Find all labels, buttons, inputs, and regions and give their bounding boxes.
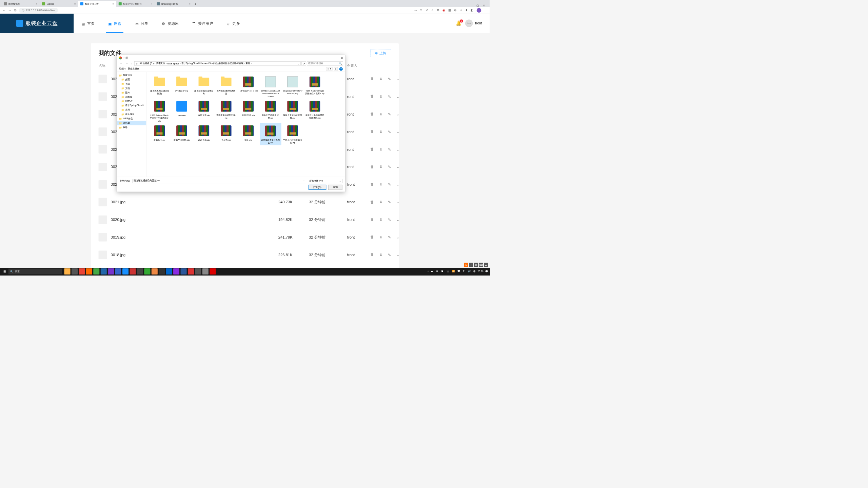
tray-icon[interactable]: 💬 xyxy=(457,270,461,273)
sidebar-item[interactable]: 📁网络 xyxy=(117,125,146,129)
download-icon[interactable]: ⬇ xyxy=(379,252,383,257)
file-item[interactable]: 西方服装通史经典图鉴.rar xyxy=(260,123,281,145)
download-icon[interactable]: ⬇ xyxy=(379,200,383,204)
taskbar-app-icon[interactable] xyxy=(64,268,71,274)
ext-icon[interactable]: ⊕ xyxy=(454,8,456,12)
tray-icon[interactable]: 🔊 xyxy=(468,270,471,273)
download-icon[interactable]: ⬇ xyxy=(379,129,383,134)
file-row[interactable]: 0018.jpg 226.81K 32 分钟前 front 🗑 ⬇ ✎ ⌄ xyxy=(99,246,391,264)
reading-list-icon[interactable]: ◧ xyxy=(471,8,473,12)
file-row[interactable]: 0019.jpg 241.79K 32 分钟前 front 🗑 ⬇ ✎ ⌄ xyxy=(99,228,391,246)
delete-icon[interactable]: 🗑 xyxy=(370,165,374,169)
file-item[interactable]: 白鹿立裁.zip xyxy=(193,99,215,122)
ime-toolbar[interactable]: S 中 ⊙ ⌨ ☰ xyxy=(464,263,488,267)
more-icon[interactable]: ⌄ xyxy=(396,217,400,222)
file-item[interactable]: 服装学习资料.zip xyxy=(171,123,192,145)
download-icon[interactable]: ⬇ xyxy=(379,147,383,152)
taskbar-app-icon[interactable] xyxy=(115,268,121,274)
browser-tab[interactable]: 图片预览图× xyxy=(2,1,40,7)
help-button[interactable]: ? xyxy=(339,67,343,70)
delete-icon[interactable]: 🗑 xyxy=(370,94,374,99)
nav-resources[interactable]: ⚙资源库 xyxy=(162,14,179,33)
file-filter-select[interactable]: 所有文件 (*.*)⌄ xyxy=(308,179,342,183)
sidebar-item[interactable]: 📁快速访问 xyxy=(117,73,146,77)
nav-home[interactable]: ▦首页 xyxy=(81,14,95,33)
file-item[interactable]: 【中道由子+3+】.rar xyxy=(238,74,259,98)
start-button[interactable]: ⊞ xyxy=(2,268,8,274)
sidebar-item[interactable]: 📁谢工项目 xyxy=(117,112,146,117)
tab-close-icon[interactable]: × xyxy=(151,2,152,5)
tab-close-icon[interactable]: × xyxy=(189,2,191,5)
more-icon[interactable]: ⌄ xyxy=(396,252,400,257)
ime-btn[interactable]: ⊙ xyxy=(474,263,478,267)
taskbar-app-icon[interactable] xyxy=(210,268,216,274)
edit-icon[interactable]: ✎ xyxy=(388,129,391,134)
taskbar-app-icon[interactable] xyxy=(181,268,187,274)
file-row[interactable]: 0020.jpg 194.82K 32 分钟前 front 🗑 ⬇ ✎ ⌄ xyxy=(99,211,391,228)
file-item[interactable]: logo.png xyxy=(171,99,192,122)
sidebar-item[interactable]: 📁下载 xyxy=(117,82,146,86)
sidebar-item[interactable]: 📁桌面 xyxy=(117,77,146,82)
window-close-icon[interactable]: ✕ xyxy=(483,4,485,7)
edit-icon[interactable]: ✎ xyxy=(388,235,391,240)
edit-icon[interactable]: ✎ xyxy=(388,182,391,187)
gear-icon[interactable]: ⚙ xyxy=(437,8,439,12)
sidebar-item[interactable]: 📁此电脑 xyxy=(117,121,146,125)
edit-icon[interactable]: ✎ xyxy=(388,112,391,117)
taskbar-app-icon[interactable] xyxy=(166,268,172,274)
file-item[interactable]: diugai.com16982047469185.png xyxy=(282,74,303,98)
more-icon[interactable]: ⌄ xyxy=(396,182,400,187)
browser-tab[interactable]: 服装企业云盘后台× xyxy=(116,1,155,7)
delete-icon[interactable]: 🗑 xyxy=(370,252,374,257)
back-button[interactable]: ← xyxy=(2,8,6,12)
taskbar-app-icon[interactable] xyxy=(188,268,194,274)
forward-button[interactable]: → xyxy=(8,8,12,12)
delete-icon[interactable]: 🗑 xyxy=(370,200,374,204)
download-icon[interactable]: ⬇ xyxy=(379,235,383,240)
taskbar-app-icon[interactable] xyxy=(122,268,129,274)
tray-icon[interactable]: ☁ xyxy=(431,270,434,273)
file-item[interactable]: 设计手稿.zip xyxy=(193,123,215,145)
dialog-file-grid[interactable]: [服装效果图快速表现技法]【中道由子 3 】服装企业成功运作宝典西方服装通史经典… xyxy=(146,72,345,177)
tab-close-icon[interactable]: × xyxy=(36,2,38,5)
download-icon[interactable]: ⬇ xyxy=(379,94,383,99)
taskbar-app-icon[interactable] xyxy=(86,268,92,274)
download-icon[interactable]: ⬇ xyxy=(379,112,383,117)
browser-tab[interactable]: Eureka× xyxy=(40,1,78,7)
file-item[interactable]: 服装工艺师手册.史林.rar xyxy=(260,99,281,122)
delete-icon[interactable]: 🗑 xyxy=(370,147,374,152)
sidebar-item[interactable]: 📁文档 xyxy=(117,86,146,90)
edit-icon[interactable]: ✎ xyxy=(388,200,391,204)
window-maximize-icon[interactable]: ▢ xyxy=(476,4,479,7)
send-icon[interactable]: ↗ xyxy=(426,8,428,12)
tray-icon[interactable]: ⬆ xyxy=(463,270,466,273)
puzzle-icon[interactable]: ✦ xyxy=(460,8,462,12)
key-icon[interactable]: ⊸ xyxy=(414,8,417,12)
file-item[interactable]: 服装设计手绘效果图步骤详解.zip xyxy=(304,99,326,122)
file-item[interactable]: 服装企业成功运作宝典 xyxy=(193,74,215,98)
delete-icon[interactable]: 🗑 xyxy=(370,235,374,240)
ime-btn[interactable]: ☰ xyxy=(484,263,488,267)
file-item[interactable]: 【中道由子 3 】 xyxy=(171,74,192,98)
file-item[interactable]: 0bf46e71aded8a1a85645588f7e3ce19 (1).jpe… xyxy=(260,74,281,98)
ext-icon[interactable]: ▦ xyxy=(448,8,451,12)
nav-share[interactable]: ⫘分享 xyxy=(135,14,148,33)
tray-icon[interactable]: 📶 xyxy=(452,270,455,273)
more-icon[interactable]: ⌄ xyxy=(396,94,400,99)
browser-tab-active[interactable]: 服装企业云盘× xyxy=(78,1,116,7)
file-item[interactable]: [服装效果图快速表现技法] xyxy=(149,74,170,98)
delete-icon[interactable]: 🗑 xyxy=(370,182,374,187)
taskbar-app-icon[interactable] xyxy=(108,268,114,274)
sidebar-item[interactable]: 📁2023-11 xyxy=(117,99,146,103)
ext-icon[interactable]: ◉ xyxy=(442,8,445,12)
tray-icon[interactable]: 🎧 xyxy=(447,270,450,273)
star-icon[interactable]: ☆ xyxy=(431,8,434,12)
file-item[interactable]: fr208 Pattern Magic中道友子的魔术裁剪.zip xyxy=(149,99,170,122)
tray-icon[interactable]: ▣ xyxy=(441,270,445,273)
dialog-close-button[interactable]: ✕ xyxy=(341,56,343,59)
taskbar-app-icon[interactable] xyxy=(101,268,107,274)
cancel-button[interactable]: 取消 xyxy=(328,185,342,190)
refresh-button[interactable]: ⟳ xyxy=(301,61,306,65)
more-icon[interactable]: ⌄ xyxy=(396,235,400,240)
open-button[interactable]: 打开(O) xyxy=(309,185,327,190)
